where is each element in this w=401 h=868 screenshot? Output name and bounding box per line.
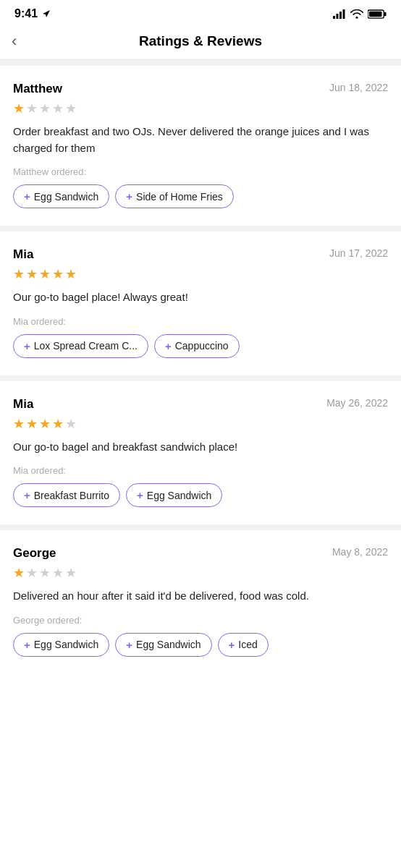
plus-icon: + bbox=[24, 639, 30, 651]
review-text: Our go-to bagel and breakfast sandwich p… bbox=[13, 439, 388, 456]
star-filled: ★ bbox=[39, 416, 51, 432]
ordered-item[interactable]: +Side of Home Fries bbox=[115, 184, 234, 208]
ordered-items: +Egg Sandwich+Side of Home Fries bbox=[13, 184, 388, 208]
review-date: May 8, 2022 bbox=[332, 546, 388, 558]
star-filled: ★ bbox=[13, 565, 25, 581]
ordered-items: +Egg Sandwich+Egg Sandwich+Iced bbox=[13, 633, 388, 657]
review-text: Delivered an hour after it said it'd be … bbox=[13, 588, 388, 605]
ordered-item-label: Iced bbox=[238, 639, 257, 650]
ordered-item-label: Side of Home Fries bbox=[136, 191, 223, 203]
review-text: Order breakfast and two OJs. Never deliv… bbox=[13, 124, 388, 156]
star-filled: ★ bbox=[65, 266, 77, 282]
review-divider bbox=[0, 226, 401, 231]
review-date: Jun 17, 2022 bbox=[329, 247, 388, 259]
reviewer-name: Matthew bbox=[13, 82, 62, 96]
reviewer-name: Mia bbox=[13, 397, 33, 412]
signal-icon bbox=[333, 9, 346, 19]
star-empty: ★ bbox=[52, 565, 64, 581]
star-filled: ★ bbox=[13, 416, 25, 432]
svg-rect-2 bbox=[339, 12, 342, 19]
star-empty: ★ bbox=[52, 101, 64, 116]
star-rating: ★★★★★ bbox=[13, 101, 388, 116]
plus-icon: + bbox=[126, 639, 132, 651]
ordered-item[interactable]: +Breakfast Burrito bbox=[13, 483, 120, 507]
plus-icon: + bbox=[24, 489, 30, 501]
section-divider-top bbox=[0, 60, 401, 66]
star-empty: ★ bbox=[65, 416, 77, 432]
svg-rect-6 bbox=[369, 11, 382, 16]
plus-icon: + bbox=[165, 340, 172, 352]
plus-icon: + bbox=[24, 340, 30, 352]
star-empty: ★ bbox=[39, 101, 51, 116]
ordered-label: Mia ordered: bbox=[13, 465, 388, 476]
ordered-label: Matthew ordered: bbox=[13, 166, 388, 177]
star-filled: ★ bbox=[26, 266, 38, 282]
svg-rect-0 bbox=[333, 16, 335, 19]
ordered-items: +Breakfast Burrito+Egg Sandwich bbox=[13, 483, 388, 507]
battery-icon bbox=[368, 9, 387, 19]
back-button[interactable]: ‹ bbox=[12, 32, 17, 51]
star-filled: ★ bbox=[26, 416, 38, 432]
svg-rect-3 bbox=[343, 9, 345, 19]
ordered-item[interactable]: +Egg Sandwich bbox=[126, 483, 222, 507]
star-empty: ★ bbox=[26, 101, 38, 116]
reviews-container: MatthewJun 18, 2022★★★★★Order breakfast … bbox=[0, 66, 401, 674]
ordered-item-label: Egg Sandwich bbox=[147, 490, 212, 501]
star-empty: ★ bbox=[65, 565, 77, 581]
plus-icon: + bbox=[137, 489, 143, 501]
review-header: MiaMay 26, 2022 bbox=[13, 397, 388, 412]
ordered-item[interactable]: +Lox Spread Cream C... bbox=[13, 334, 148, 358]
svg-rect-1 bbox=[337, 14, 339, 19]
back-icon: ‹ bbox=[12, 32, 17, 51]
location-arrow-icon bbox=[42, 9, 51, 18]
ordered-item[interactable]: +Egg Sandwich bbox=[13, 633, 109, 657]
star-filled: ★ bbox=[39, 266, 51, 282]
reviewer-name: Mia bbox=[13, 247, 33, 262]
star-empty: ★ bbox=[26, 565, 38, 581]
review-text: Our go-to bagel place! Always great! bbox=[13, 289, 388, 306]
status-bar: 9:41 bbox=[0, 0, 401, 25]
star-rating: ★★★★★ bbox=[13, 416, 388, 432]
ordered-label: Mia ordered: bbox=[13, 316, 388, 327]
reviewer-name: George bbox=[13, 546, 56, 561]
wifi-icon bbox=[350, 9, 363, 19]
star-filled: ★ bbox=[52, 416, 64, 432]
star-filled: ★ bbox=[13, 266, 25, 282]
review-divider bbox=[0, 375, 401, 381]
header: ‹ Ratings & Reviews bbox=[0, 25, 401, 60]
plus-icon: + bbox=[126, 190, 132, 203]
ordered-item-label: Breakfast Burrito bbox=[34, 490, 109, 501]
review-card: GeorgeMay 8, 2022★★★★★Delivered an hour … bbox=[0, 530, 401, 674]
review-card: MatthewJun 18, 2022★★★★★Order breakfast … bbox=[0, 66, 401, 226]
review-date: Jun 18, 2022 bbox=[329, 82, 388, 93]
ordered-item[interactable]: +Egg Sandwich bbox=[13, 184, 109, 208]
ordered-label: George ordered: bbox=[13, 615, 388, 626]
ordered-item-label: Egg Sandwich bbox=[34, 639, 99, 650]
ordered-item[interactable]: +Egg Sandwich bbox=[115, 633, 211, 657]
page-title: Ratings & Reviews bbox=[139, 33, 262, 49]
star-empty: ★ bbox=[65, 101, 77, 116]
ordered-item-label: Lox Spread Cream C... bbox=[34, 340, 138, 352]
status-time: 9:41 bbox=[14, 7, 38, 20]
svg-rect-5 bbox=[384, 12, 387, 16]
review-header: MiaJun 17, 2022 bbox=[13, 247, 388, 262]
star-filled: ★ bbox=[13, 101, 25, 116]
ordered-item[interactable]: +Cappuccino bbox=[154, 334, 240, 358]
ordered-items: +Lox Spread Cream C...+Cappuccino bbox=[13, 334, 388, 358]
status-icons bbox=[333, 9, 387, 19]
review-card: MiaJun 17, 2022★★★★★Our go-to bagel plac… bbox=[0, 231, 401, 375]
review-divider bbox=[0, 524, 401, 530]
star-empty: ★ bbox=[39, 565, 51, 581]
plus-icon: + bbox=[24, 190, 30, 203]
plus-icon: + bbox=[229, 639, 235, 651]
star-filled: ★ bbox=[52, 266, 64, 282]
star-rating: ★★★★★ bbox=[13, 266, 388, 282]
review-header: MatthewJun 18, 2022 bbox=[13, 82, 388, 96]
ordered-item[interactable]: +Iced bbox=[218, 633, 269, 657]
review-date: May 26, 2022 bbox=[326, 397, 388, 409]
review-header: GeorgeMay 8, 2022 bbox=[13, 546, 388, 561]
ordered-item-label: Cappuccino bbox=[175, 340, 229, 352]
star-rating: ★★★★★ bbox=[13, 565, 388, 581]
review-card: MiaMay 26, 2022★★★★★Our go-to bagel and … bbox=[0, 381, 401, 525]
ordered-item-label: Egg Sandwich bbox=[34, 191, 99, 203]
